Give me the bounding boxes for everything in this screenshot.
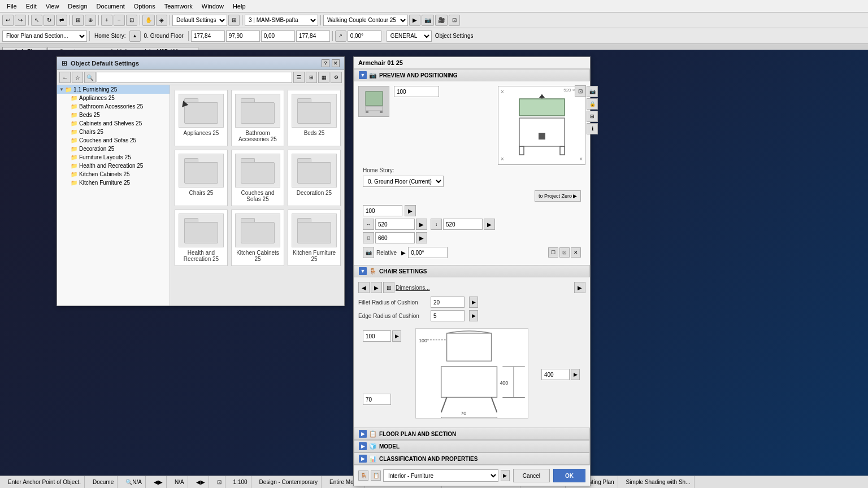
tree-kitchen-cabinets[interactable]: 📁 Kitchen Cabinets 25 [57, 170, 170, 178]
menu-edit[interactable]: Edit [21, 3, 41, 10]
dt-settings-view[interactable]: ⚙ [331, 72, 342, 83]
tb-zoom-out[interactable]: − [114, 15, 125, 26]
cs-expand-btn[interactable]: ▶ [574, 282, 585, 293]
sb-nav[interactable]: ◀▶ [150, 476, 167, 488]
tb-undo[interactable]: ↩ [2, 15, 14, 26]
layer-select[interactable]: 3 | MAM-SMB-pafta [245, 15, 318, 26]
tree-chairs[interactable]: 📁 Chairs 25 [57, 128, 170, 136]
interior-select[interactable]: Interior - Furniture [383, 469, 498, 482]
couple-select[interactable]: Walking Couple Contour 25 [323, 15, 408, 26]
floor-plan-section-header[interactable]: ▶ 📋 FLOOR PLAN AND SECTION [354, 428, 590, 440]
coord-z[interactable] [261, 30, 295, 42]
home-story-select[interactable]: 0. Ground Floor (Current) [363, 176, 444, 187]
sb-shading[interactable]: Simple Shading with Sh... [623, 476, 695, 488]
cs-edge-arrow[interactable]: ▶ [469, 310, 478, 321]
coord-z2[interactable] [296, 30, 330, 42]
model-section-header[interactable]: ▶ 🧊 MODEL [354, 440, 590, 452]
dt-search-btn[interactable]: 🔍 [84, 72, 96, 83]
tb-rotate[interactable]: ↻ [44, 15, 55, 26]
preview-value-input[interactable] [394, 86, 439, 97]
menu-view[interactable]: View [41, 3, 64, 10]
cs-nav-next[interactable]: ▶ [371, 282, 382, 293]
tree-appliances[interactable]: 📁 Appliances 25 [57, 94, 170, 102]
grid-item-bathroom[interactable]: Bathroom Accessories 25 [231, 90, 284, 146]
menu-options[interactable]: Options [129, 3, 160, 10]
dialog-help-button[interactable]: ? [322, 59, 329, 67]
grid-item-decoration[interactable]: Decoration 25 [288, 150, 341, 206]
dim-width-input[interactable] [375, 219, 415, 230]
dt-large-view[interactable]: ▦ [318, 72, 329, 83]
grid-item-health[interactable]: Health and Recreation 25 [175, 210, 228, 266]
menu-design[interactable]: Design [63, 3, 92, 10]
cushion-width-input[interactable] [363, 330, 391, 342]
chair-settings-section-header[interactable]: ▼ 🪑 CHAIR SETTINGS [354, 265, 590, 277]
cs-edge-input[interactable] [431, 310, 465, 321]
cs-nav-icon[interactable]: ⊞ [383, 282, 394, 293]
psi-camera[interactable]: 📷 [587, 86, 598, 97]
sb-scale[interactable]: 1:100 [230, 476, 251, 488]
tb-pan[interactable]: ✋ [142, 15, 155, 26]
tb-camera3[interactable]: ⊡ [449, 15, 460, 26]
angle-input[interactable] [348, 30, 381, 42]
dialog-close-button[interactable]: ✕ [332, 59, 340, 67]
tree-health[interactable]: 📁 Health and Recreation 25 [57, 162, 170, 170]
relative-arrow-icon[interactable]: ▶ [401, 250, 406, 256]
tb-camera[interactable]: 📷 [422, 15, 434, 26]
coord-y[interactable] [226, 30, 260, 42]
tree-couches[interactable]: 📁 Couches and Sofas 25 [57, 136, 170, 145]
seat-height-input[interactable] [541, 369, 570, 380]
tree-kitchen-furniture[interactable]: 📁 Kitchen Furniture 25 [57, 178, 170, 187]
grid-item-appliances[interactable]: Appliances 25 [175, 90, 228, 146]
tb-grid[interactable]: ⊞ [72, 15, 84, 26]
menu-help[interactable]: Help [228, 3, 250, 10]
preview-expand-btn[interactable]: ⊡ [575, 85, 586, 97]
cushion-depth-input[interactable] [363, 394, 391, 405]
sb-layer[interactable]: Design - Contemporary [256, 476, 322, 488]
psi-grid[interactable]: ⊞ [587, 111, 598, 122]
dt-list-view[interactable]: ☰ [293, 72, 305, 83]
tb-obj-settings[interactable]: ⊞ [228, 15, 240, 26]
tb-play[interactable]: ▶ [409, 15, 420, 26]
tree-cabinets[interactable]: 📁 Cabinets and Shelves 25 [57, 119, 170, 128]
dim-width-arrow[interactable]: ▶ [416, 219, 427, 230]
grid-item-chairs[interactable]: Chairs 25 [175, 150, 228, 206]
menu-file[interactable]: File [2, 3, 21, 10]
tb-fit[interactable]: ⊡ [126, 15, 137, 26]
seat-height-arrow[interactable]: ▶ [571, 369, 580, 380]
psi-lock[interactable]: 🔒 [587, 98, 598, 110]
rel-icon-2[interactable]: ⊡ [559, 247, 570, 258]
sb-zoom[interactable]: 🔍 N/A [122, 476, 146, 488]
tb-angle[interactable]: ↗ [335, 30, 346, 42]
dim-depth-input[interactable] [375, 232, 415, 243]
cs-dimensions-link[interactable]: Dimensions... [396, 285, 430, 291]
tree-furniture-layouts[interactable]: 📁 Furniture Layouts 25 [57, 153, 170, 162]
coord-x[interactable] [191, 30, 225, 42]
dim-depth-arrow[interactable]: ▶ [416, 232, 427, 243]
dim-input-1[interactable] [363, 205, 402, 216]
tree-root-item[interactable]: ▼ 📁 1.1 Furnishing 25 [57, 85, 170, 94]
tree-bathroom[interactable]: 📁 Bathroom Accessories 25 [57, 102, 170, 111]
relative-angle-input[interactable] [408, 247, 448, 258]
view-select[interactable]: Floor Plan and Section... [2, 30, 87, 42]
tree-beds[interactable]: 📁 Beds 25 [57, 111, 170, 119]
interior-arrow[interactable]: ▶ [501, 470, 510, 481]
dt-grid-view[interactable]: ⊞ [306, 72, 317, 83]
cs-fillet-input[interactable] [431, 297, 465, 308]
sb-nav2[interactable]: ◀▶ [193, 476, 209, 488]
cs-fillet-arrow[interactable]: ▶ [469, 297, 478, 308]
tb-home-story-info[interactable]: ▲ [129, 30, 141, 42]
menu-window[interactable]: Window [197, 3, 228, 10]
tb-snap[interactable]: ⊕ [85, 15, 96, 26]
dt-back-btn[interactable]: ← [59, 72, 71, 83]
to-project-zero-btn[interactable]: to Project Zero ▶ [535, 190, 581, 202]
psi-info[interactable]: ℹ [587, 123, 598, 134]
rel-checkbox-1[interactable]: ☐ [548, 247, 558, 258]
ok-button[interactable]: OK [553, 469, 585, 482]
dt-favorite-btn[interactable]: ☆ [72, 72, 83, 83]
rel-close[interactable]: ✕ [571, 247, 581, 258]
tb-zoom-in[interactable]: + [101, 15, 112, 26]
default-settings-select[interactable]: Default Settings [172, 15, 227, 26]
cancel-button[interactable]: Cancel [513, 469, 550, 482]
menu-teamwork[interactable]: Teamwork [160, 3, 197, 10]
relative-camera-icon[interactable]: 📷 [363, 247, 374, 258]
